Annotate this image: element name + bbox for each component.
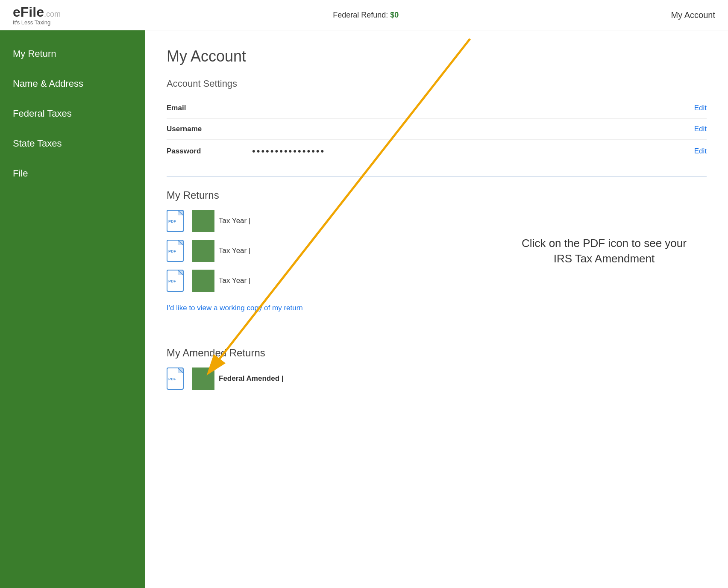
header: eFile.com It's Less Taxing Federal Refun… <box>0 0 728 30</box>
svg-text:PDF: PDF <box>168 249 176 253</box>
svg-text:PDF: PDF <box>168 377 176 381</box>
my-returns-title: My Returns <box>167 189 707 201</box>
sidebar-item-federal-taxes[interactable]: Federal Taxes <box>0 99 145 129</box>
sidebar-item-name-address[interactable]: Name & Address <box>0 69 145 99</box>
amended-label-1: Federal Amended | <box>219 374 284 383</box>
email-value <box>252 98 640 119</box>
return-label-1: Tax Year | <box>219 217 250 225</box>
sidebar-item-my-return[interactable]: My Return <box>0 39 145 69</box>
pdf-icon-1[interactable]: PDF <box>167 210 186 232</box>
layout: My Return Name & Address Federal Taxes S… <box>0 30 728 588</box>
page-title: My Account <box>167 47 707 65</box>
divider-1 <box>167 176 707 176</box>
password-row: Password •••••••••••••••• Edit <box>167 140 707 163</box>
return-row-1: PDF Tax Year | <box>167 210 707 232</box>
return-year-block-1 <box>192 210 214 232</box>
username-value <box>252 119 640 140</box>
sidebar-item-state-taxes[interactable]: State Taxes <box>0 129 145 159</box>
federal-refund: Federal Refund: $0 <box>333 11 399 20</box>
return-year-block-2 <box>192 240 214 262</box>
sidebar-item-file[interactable]: File <box>0 159 145 188</box>
username-row: Username Edit <box>167 119 707 140</box>
sidebar: My Return Name & Address Federal Taxes S… <box>0 30 145 588</box>
logo: eFile.com It's Less Taxing <box>13 4 61 26</box>
amended-year-block-1 <box>192 368 214 390</box>
svg-text:PDF: PDF <box>168 279 176 283</box>
refund-label: Federal Refund: <box>333 11 388 19</box>
email-label: Email <box>167 98 252 119</box>
pdf-icon-3[interactable]: PDF <box>167 270 186 292</box>
pdf-icon-amended-1[interactable]: PDF <box>167 368 186 390</box>
view-working-copy-link[interactable]: I'd like to view a working copy of my re… <box>167 304 303 312</box>
divider-2 <box>167 334 707 334</box>
amended-return-row-1: PDF Federal Amended | <box>167 368 707 390</box>
logo-com: .com <box>44 10 61 18</box>
username-edit[interactable]: Edit <box>640 119 707 140</box>
return-row-3: PDF Tax Year | <box>167 270 707 292</box>
main-content: My Account Account Settings Email Edit U… <box>145 30 728 588</box>
account-settings-title: Account Settings <box>167 78 707 89</box>
password-label: Password <box>167 140 252 163</box>
logo-file: File <box>21 4 44 20</box>
refund-amount: $0 <box>390 11 399 19</box>
email-edit[interactable]: Edit <box>640 98 707 119</box>
logo-tagline: It's Less Taxing <box>13 19 50 26</box>
pdf-icon-2[interactable]: PDF <box>167 240 186 262</box>
return-row-2: PDF Tax Year | <box>167 240 707 262</box>
return-year-block-3 <box>192 270 214 292</box>
svg-text:PDF: PDF <box>168 219 176 223</box>
return-label-2: Tax Year | <box>219 247 250 255</box>
my-account-nav[interactable]: My Account <box>671 10 715 20</box>
password-value: •••••••••••••••• <box>252 140 640 163</box>
password-edit[interactable]: Edit <box>640 140 707 163</box>
settings-table: Email Edit Username Edit Password ••••••… <box>167 98 707 163</box>
amended-returns-title: My Amended Returns <box>167 347 707 359</box>
logo-text: eFile.com <box>13 4 61 20</box>
return-label-3: Tax Year | <box>219 276 250 285</box>
logo-e: e <box>13 4 21 20</box>
username-label: Username <box>167 119 252 140</box>
email-row: Email Edit <box>167 98 707 119</box>
